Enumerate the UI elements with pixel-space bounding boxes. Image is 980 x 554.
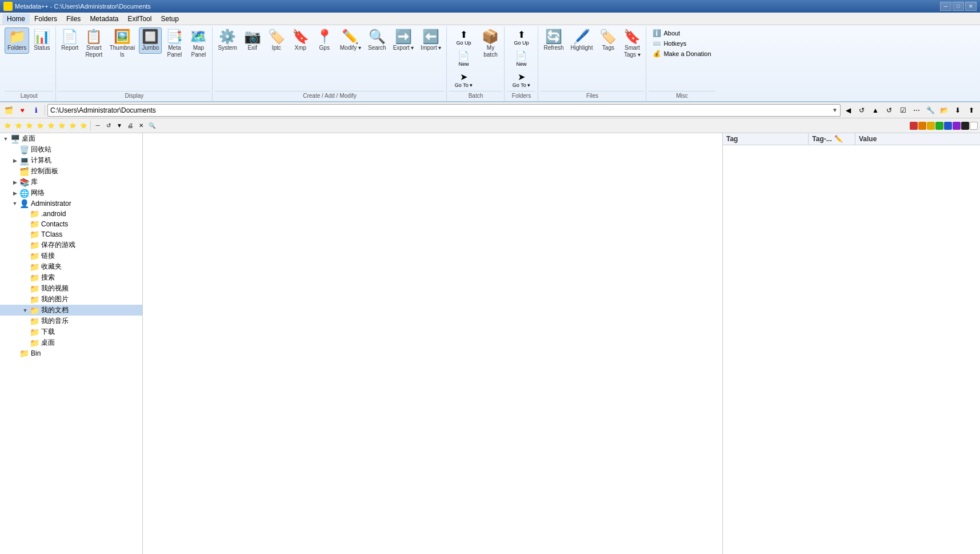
toolbar-back[interactable]: ◀ [842, 104, 854, 117]
ribbon-btn-folders-go-up[interactable]: ⬆ Go Up [507, 27, 535, 47]
toolbar-forward[interactable]: ↺ [855, 104, 868, 117]
tree-expand-desktop[interactable]: ▼ [1, 134, 10, 144]
tree-item-my-music[interactable]: 📁 我的音乐 [0, 316, 142, 326]
tag-btn-2[interactable]: ⭐ [13, 121, 23, 131]
ribbon-btn-gps[interactable]: 📍 Gps [313, 27, 336, 54]
toolbar-settings[interactable]: 🔧 [924, 104, 937, 117]
tree-item-android[interactable]: 📁 .android [0, 209, 142, 219]
tree-item-my-videos[interactable]: 📁 我的视频 [0, 283, 142, 294]
ribbon-btn-smart-report[interactable]: 📋 SmartReport [82, 27, 105, 61]
minimize-button[interactable]: ─ [940, 2, 951, 11]
ribbon-btn-report[interactable]: 📄 Report [58, 27, 81, 54]
tree-expand-tclass[interactable] [21, 230, 30, 239]
tree-item-contacts[interactable]: 📁 Contacts [0, 219, 142, 229]
ribbon-btn-jumbo[interactable]: 🔲 Jumbo [139, 27, 162, 54]
ribbon-btn-modify[interactable]: ✏️ Modify ▾ [337, 27, 364, 54]
menu-setup[interactable]: Setup [156, 14, 183, 24]
tree-item-my-pictures[interactable]: 📁 我的图片 [0, 294, 142, 305]
ribbon-btn-folders-go-to[interactable]: ➤ Go To ▾ [507, 70, 535, 90]
menu-exiftool[interactable]: ExifTool [123, 14, 156, 24]
ribbon-btn-map-panel[interactable]: 🗺️ MapPanel [187, 27, 210, 61]
toolbar-refresh2[interactable]: ↺ [883, 104, 895, 117]
maximize-button[interactable]: □ [953, 2, 964, 11]
ribbon-btn-exif[interactable]: 📷 Exif [241, 27, 264, 54]
misc-donate[interactable]: 💰 Make a Donation [651, 49, 713, 58]
menu-metadata[interactable]: Metadata [85, 14, 123, 24]
tree-expand-library[interactable]: ▶ [10, 178, 19, 187]
ribbon-btn-meta-panel[interactable]: 📑 MetaPanel [163, 27, 186, 61]
ribbon-btn-tags[interactable]: 🏷️ Tags [597, 27, 619, 54]
tag-btn-3[interactable]: ⭐ [24, 121, 34, 131]
tree-expand-administrator[interactable]: ▼ [10, 199, 19, 208]
ribbon-btn-folders-new[interactable]: 📄 New [507, 49, 535, 69]
tag-btn-6[interactable]: ⭐ [57, 121, 67, 131]
file-area[interactable] [143, 133, 723, 554]
ribbon-btn-search[interactable]: 🔍 Search [365, 27, 389, 54]
tree-item-computer[interactable]: ▶ 💻 计算机 [0, 155, 142, 166]
tag-color-green[interactable] [935, 122, 943, 130]
tree-expand-contacts[interactable] [21, 220, 30, 229]
tag-btn-4[interactable]: ⭐ [35, 121, 45, 131]
tree-expand-my-videos[interactable] [21, 284, 30, 293]
ribbon-btn-my-batch[interactable]: 📦 Mybatch [479, 27, 502, 90]
ribbon-btn-go-up[interactable]: ⬆ Go Up [449, 27, 478, 47]
ribbon-btn-status[interactable]: 📊 Status [30, 27, 53, 54]
toolbar-icon1[interactable]: 🗂️ [2, 104, 15, 117]
tag-close-btn[interactable]: ✕ [136, 121, 146, 131]
tree-item-bin[interactable]: 📁 Bin [0, 348, 142, 358]
ribbon-btn-go-to[interactable]: ➤ Go To ▾ [449, 70, 478, 90]
address-dropdown[interactable]: ▼ [832, 107, 838, 113]
tag-color-orange[interactable] [918, 122, 926, 130]
tree-expand-my-music[interactable] [21, 317, 30, 326]
tag-btn-7[interactable]: ⭐ [67, 121, 78, 131]
tree-item-desktop[interactable]: ▼ 🖥️ 桌面 [0, 133, 142, 144]
tree-item-library[interactable]: ▶ 📚 库 [0, 177, 142, 188]
misc-about[interactable]: ℹ️ About [651, 29, 713, 38]
tree-expand-my-pictures[interactable] [21, 295, 30, 304]
toolbar-info[interactable]: ℹ [30, 104, 42, 117]
ribbon-btn-refresh[interactable]: 🔄 Refresh [541, 27, 566, 54]
tree-expand-search[interactable] [21, 273, 30, 282]
tree-expand-control[interactable] [10, 167, 19, 176]
toolbar-heart[interactable]: ♥ [16, 104, 29, 117]
toolbar-check[interactable]: ☑ [897, 104, 909, 117]
toolbar-upload[interactable]: ⬆ [965, 104, 978, 117]
tree-expand-bin[interactable] [10, 349, 19, 358]
tag-color-purple[interactable] [953, 122, 961, 130]
ribbon-btn-smart-tags[interactable]: 🔖 SmartTags ▾ [621, 27, 643, 61]
misc-hotkeys[interactable]: ⌨️ Hotkeys [651, 39, 713, 48]
tree-expand-favorites[interactable] [21, 262, 30, 272]
ribbon-btn-folders[interactable]: 📁 Folders [5, 27, 29, 54]
tree-expand-downloads[interactable] [21, 328, 30, 337]
tree-expand-network[interactable]: ▶ [10, 189, 19, 198]
address-input[interactable] [50, 106, 832, 114]
tag-btn-1[interactable]: ⭐ [2, 121, 13, 131]
tree-expand-computer[interactable]: ▶ [10, 156, 19, 165]
tag-rotate-btn[interactable]: ↺ [103, 121, 114, 131]
ribbon-btn-xmp[interactable]: 🔖 Xmp [289, 27, 312, 54]
tree-expand-my-documents[interactable]: ▼ [21, 306, 30, 315]
toolbar-open-folder[interactable]: 📂 [938, 104, 950, 117]
toolbar-more[interactable]: ⋯ [910, 104, 923, 117]
tree-expand-desktop2[interactable] [21, 338, 30, 348]
tree-item-administrator[interactable]: ▼ 👤 Administrator [0, 198, 142, 209]
menu-home[interactable]: Home [2, 14, 30, 24]
tree-item-downloads[interactable]: 📁 下载 [0, 326, 142, 337]
ribbon-btn-highlight[interactable]: 🖊️ Highlight [568, 27, 596, 54]
tree-item-tclass[interactable]: 📁 TClass [0, 229, 142, 240]
toolbar-up[interactable]: ▲ [869, 104, 882, 117]
ribbon-btn-iptc[interactable]: 🏷️ Iptc [265, 27, 288, 54]
tag-btn-8[interactable]: ⭐ [78, 121, 89, 131]
tag-btn-5[interactable]: ⭐ [46, 121, 56, 131]
tag-print-btn[interactable]: 🖨 [125, 121, 135, 131]
tree-item-links[interactable]: 📁 链接 [0, 250, 142, 261]
ribbon-btn-thumbnails[interactable]: 🖼️ Thumbnails [106, 27, 138, 61]
menu-folders[interactable]: Folders [30, 14, 62, 24]
tag-color-white[interactable] [970, 122, 978, 130]
tree-item-desktop2[interactable]: 📁 桌面 [0, 337, 142, 348]
tag-color-blue[interactable] [944, 122, 952, 130]
tree-item-my-documents[interactable]: ▼ 📁 我的文档 [0, 305, 142, 316]
tree-item-favorites[interactable]: 📁 收藏夹 [0, 261, 142, 272]
tree-expand-recycle[interactable] [10, 145, 19, 154]
tag-color-red[interactable] [910, 122, 918, 130]
